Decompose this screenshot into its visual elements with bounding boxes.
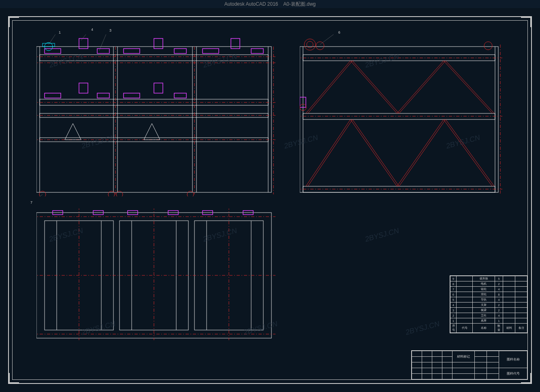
svg-line-66 bbox=[446, 61, 494, 113]
svg-line-63 bbox=[308, 61, 352, 113]
svg-point-76 bbox=[307, 41, 313, 48]
svg-point-77 bbox=[316, 42, 324, 50]
app-name: Autodesk AutoCAD 2016 bbox=[224, 1, 278, 7]
front-elevation-view bbox=[36, 34, 275, 196]
parts-header-qty: 数量 bbox=[495, 324, 503, 333]
leader-6: 6 bbox=[338, 30, 340, 34]
svg-line-71 bbox=[308, 119, 352, 186]
svg-rect-34 bbox=[124, 93, 140, 98]
svg-marker-42 bbox=[144, 124, 160, 140]
svg-line-62 bbox=[444, 61, 492, 113]
svg-marker-41 bbox=[65, 124, 81, 140]
parts-header-name: 名称 bbox=[473, 324, 495, 333]
svg-line-74 bbox=[446, 119, 494, 186]
parts-header-note: 备注 bbox=[515, 324, 527, 333]
svg-point-78 bbox=[484, 42, 492, 50]
svg-rect-36 bbox=[174, 93, 186, 98]
drawing-canvas[interactable]: 1 4 3 7 6 2BYSJ.CN 2BYSJ.CN 2BYSJ.CN 2BY… bbox=[0, 8, 540, 392]
svg-line-64 bbox=[352, 61, 399, 113]
window-titlebar: Autodesk AutoCAD 2016 A0-装配图.dwg bbox=[0, 0, 540, 8]
parts-header-code: 代号 bbox=[457, 324, 473, 333]
corner-mark-tl bbox=[9, 17, 19, 27]
parts-header-seq: 序号 bbox=[450, 324, 457, 333]
file-name: A0-装配图.dwg bbox=[283, 1, 316, 7]
svg-rect-33 bbox=[97, 93, 109, 98]
svg-line-65 bbox=[399, 61, 446, 113]
svg-rect-22 bbox=[97, 49, 109, 53]
svg-line-60 bbox=[350, 61, 397, 113]
corner-mark-tr bbox=[521, 17, 531, 27]
svg-line-45 bbox=[99, 34, 107, 51]
svg-point-38 bbox=[108, 191, 115, 196]
corner-mark-bl bbox=[9, 373, 19, 383]
svg-line-43 bbox=[49, 34, 57, 45]
svg-point-37 bbox=[39, 191, 46, 196]
parts-list: 9载车板5 8电机2 7链轮4 6滑轮8 5导轨4 4支架2 3横梁2 2立柱4… bbox=[450, 275, 528, 333]
svg-line-70 bbox=[444, 119, 492, 186]
svg-rect-24 bbox=[154, 38, 163, 49]
svg-line-81 bbox=[320, 34, 336, 45]
svg-rect-28 bbox=[251, 49, 263, 53]
svg-line-72 bbox=[352, 119, 399, 186]
drawing-code-label: 图样代号 bbox=[499, 368, 527, 379]
svg-line-73 bbox=[399, 119, 446, 186]
svg-rect-0 bbox=[36, 47, 271, 192]
side-elevation-view bbox=[300, 34, 502, 196]
svg-rect-30 bbox=[43, 43, 55, 47]
drawing-name-label: 图样名称 bbox=[499, 351, 527, 368]
title-block: 材料标记 图样名称 图样代号 bbox=[411, 350, 528, 380]
svg-rect-27 bbox=[231, 38, 240, 49]
leader-3: 3 bbox=[109, 28, 111, 32]
material-label: 材料标记 bbox=[452, 351, 475, 362]
svg-rect-31 bbox=[45, 93, 61, 98]
svg-rect-25 bbox=[174, 49, 186, 53]
svg-line-61 bbox=[397, 61, 444, 113]
leader-7: 7 bbox=[30, 200, 32, 205]
parts-header-mat: 材料 bbox=[503, 324, 515, 333]
leader-4: 4 bbox=[91, 28, 93, 32]
svg-rect-21 bbox=[79, 38, 88, 49]
svg-line-67 bbox=[306, 119, 350, 186]
svg-point-39 bbox=[116, 191, 123, 196]
svg-line-68 bbox=[350, 119, 397, 186]
svg-rect-7 bbox=[40, 55, 268, 61]
svg-line-59 bbox=[306, 61, 350, 113]
svg-point-75 bbox=[304, 39, 316, 50]
plan-view bbox=[36, 209, 275, 342]
svg-rect-26 bbox=[203, 49, 219, 53]
svg-point-40 bbox=[187, 191, 194, 196]
svg-rect-20 bbox=[45, 49, 61, 53]
leader-1: 1 bbox=[59, 30, 61, 34]
svg-rect-35 bbox=[154, 83, 163, 93]
svg-rect-32 bbox=[79, 83, 88, 93]
svg-rect-23 bbox=[124, 49, 140, 53]
svg-line-69 bbox=[397, 119, 444, 186]
